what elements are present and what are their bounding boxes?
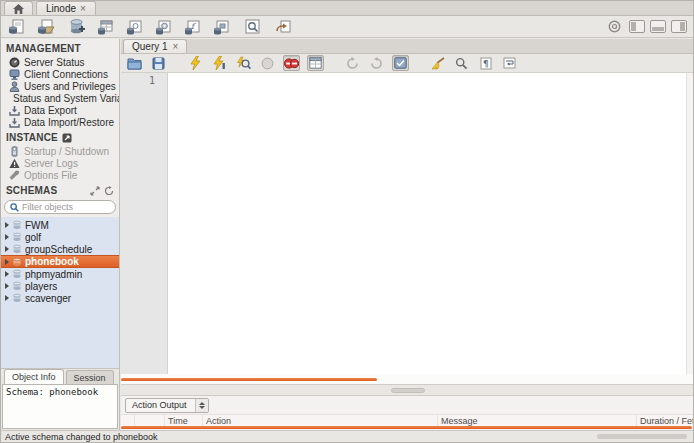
new-procedure-button[interactable] (154, 18, 173, 36)
autocommit-toggle[interactable] (392, 55, 409, 71)
output-selector-row: Action Output (121, 396, 693, 414)
new-view-button[interactable] (125, 18, 144, 36)
sidebar-item-options-file[interactable]: Options File (1, 169, 119, 181)
schema-row-scavenger[interactable]: scavenger (1, 292, 119, 304)
sidebar-item-label: Options File (24, 170, 77, 181)
splitter-grip[interactable] (391, 388, 425, 393)
open-script-icon (127, 57, 142, 70)
sidebar-item-label: Client Connections (24, 69, 108, 80)
toggle-right-sidebar-button[interactable] (671, 20, 687, 33)
find-button[interactable] (453, 55, 470, 71)
beautify-button[interactable] (429, 55, 446, 71)
object-info-panel: Object Info Session Schema: phonebook (1, 368, 119, 430)
editor-horizontal-scrollbar[interactable] (121, 374, 693, 384)
expander-icon[interactable] (5, 271, 9, 277)
search-table-data-button[interactable] (243, 18, 262, 36)
schema-filter[interactable] (4, 200, 116, 214)
schema-row-players[interactable]: players (1, 280, 119, 292)
spinner-arrows-icon[interactable] (195, 399, 208, 412)
schema-row-groupschedule[interactable]: groupSchedule (1, 243, 119, 255)
sidebar-item-server-status[interactable]: Server Status (1, 56, 119, 68)
status-scrollbar-handle[interactable] (597, 434, 687, 439)
rollback-button[interactable] (368, 55, 385, 71)
limit-rows-toggle[interactable] (307, 55, 324, 71)
schema-icon (12, 257, 22, 267)
autocommit-toggle-icon (394, 57, 407, 69)
schemas-section-header: SCHEMAS (1, 181, 119, 198)
new-function-button[interactable]: f (183, 18, 202, 36)
stop-on-error-toggle[interactable] (283, 55, 300, 71)
connection-tab-linode[interactable]: Linode × (36, 1, 96, 15)
options-file-icon (9, 170, 20, 181)
execute-current-button[interactable] (211, 55, 228, 71)
sql-editor[interactable]: 1 (121, 73, 693, 374)
tab-object-info[interactable]: Object Info (4, 369, 64, 384)
toggle-left-sidebar-button[interactable] (629, 20, 645, 33)
editor-vertical-scrollbar[interactable] (686, 73, 693, 374)
line-number: 1 (149, 75, 155, 86)
tab-query-1[interactable]: Query 1 × (123, 39, 187, 53)
output-type-select[interactable]: Action Output (125, 398, 209, 413)
toggle-output-area-button[interactable] (650, 20, 666, 33)
info-panel-tabs: Object Info Session (1, 369, 119, 384)
tab-session[interactable]: Session (66, 370, 114, 384)
stop-button[interactable] (259, 55, 276, 71)
expander-icon[interactable] (5, 283, 9, 289)
invisible-chars-button[interactable]: ¶ (477, 55, 494, 71)
sidebar-item-label: Status and System Variables (13, 93, 119, 104)
new-object-button[interactable] (212, 18, 231, 36)
action-output-panel: Action Output Time Action Message Durati… (121, 395, 693, 430)
refresh-icon[interactable] (104, 186, 114, 196)
save-script-icon (152, 57, 165, 70)
sidebar-item-data-import-restore[interactable]: Data Import/Restore (1, 116, 119, 128)
sql-edit-area[interactable] (168, 73, 686, 374)
action-output-header: Time Action Message Duration / Fetch (121, 414, 693, 426)
execute-button[interactable] (187, 55, 204, 71)
open-sql-script-button[interactable] (36, 18, 55, 36)
close-icon[interactable]: × (173, 41, 179, 52)
expander-icon[interactable] (5, 234, 9, 240)
new-schema-button[interactable] (67, 18, 86, 36)
save-script-button[interactable] (150, 55, 167, 71)
expand-panel-icon[interactable] (90, 186, 100, 196)
toggle-left-sidebar-icon (631, 22, 636, 31)
new-schema-icon (68, 19, 85, 35)
sidebar-item-client-connections[interactable]: Client Connections (1, 68, 119, 80)
scrollbar-handle[interactable] (121, 378, 377, 381)
wrap-text-button[interactable] (501, 55, 518, 71)
new-sql-tab-button[interactable] (7, 18, 26, 36)
sidebar-item-server-logs[interactable]: Server Logs (1, 157, 119, 169)
reconnect-dbms-button[interactable] (274, 18, 293, 36)
expander-icon[interactable] (5, 259, 9, 265)
explain-button[interactable] (235, 55, 252, 71)
sidebar-item-users-and-privileges[interactable]: Users and Privileges (1, 80, 119, 92)
search-table-data-icon (245, 19, 261, 35)
schema-filter-input[interactable] (22, 202, 108, 212)
open-script-button[interactable] (126, 55, 143, 71)
schema-name: FWM (25, 220, 49, 231)
output-splitter[interactable] (121, 384, 693, 395)
close-icon[interactable]: × (80, 4, 86, 14)
connection-tab-label: Linode (46, 3, 76, 14)
expander-icon[interactable] (5, 295, 9, 301)
commit-button[interactable] (344, 55, 361, 71)
sidebar-item-status-system-variables[interactable]: Status and System Variables (1, 92, 119, 104)
home-tab[interactable] (4, 1, 33, 15)
expander-icon[interactable] (5, 246, 9, 252)
scrollbar-handle[interactable] (121, 426, 692, 429)
sidebar-item-label: Users and Privileges (24, 81, 116, 92)
column-index (135, 415, 165, 426)
schema-row-fwm[interactable]: FWM (1, 219, 119, 231)
schema-row-phonebook-selected[interactable]: phonebook (1, 255, 119, 268)
schema-icon (12, 269, 22, 279)
schema-row-phpmyadmin[interactable]: phpmyadmin (1, 268, 119, 280)
sidebar-item-startup-shutdown[interactable]: Startup / Shutdown (1, 145, 119, 157)
sidebar-item-data-export[interactable]: Data Export (1, 104, 119, 116)
schema-row-golf[interactable]: golf (1, 231, 119, 243)
explain-icon (236, 56, 251, 70)
window-tab-bar: Linode × (1, 1, 693, 16)
execute-current-icon (213, 56, 226, 70)
line-number-gutter: 1 (121, 73, 168, 374)
expander-icon[interactable] (5, 222, 9, 228)
new-table-button[interactable] (96, 18, 115, 36)
